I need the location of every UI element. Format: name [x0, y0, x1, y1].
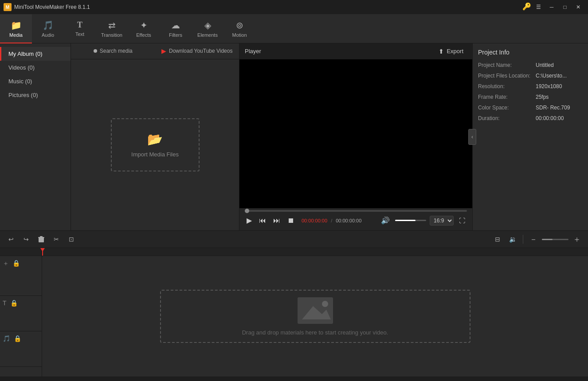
- toolbar-item-elements[interactable]: ◈ Elements: [192, 14, 223, 43]
- lock-video-track-icon[interactable]: 🔒: [12, 260, 20, 267]
- ruler-spacer: [0, 248, 42, 256]
- info-row-resolution: Resolution: 1920x1080: [478, 83, 583, 89]
- menu-button[interactable]: ☰: [532, 2, 545, 12]
- media-icon: 📁: [11, 20, 22, 31]
- toolbar-label-motion: Motion: [232, 32, 247, 38]
- zoom-slider[interactable]: [542, 239, 568, 240]
- horizontal-scrollbar[interactable]: [0, 377, 588, 381]
- progress-bar[interactable]: [245, 210, 467, 212]
- youtube-tab[interactable]: ▶ Download YouTube Videos: [155, 43, 239, 59]
- player-header: Player ⬆ Export: [239, 43, 472, 59]
- toolbar-item-effects[interactable]: ✦ Effects: [128, 14, 160, 43]
- toolbar-label-transition: Transition: [101, 32, 122, 38]
- info-value-framerate: 25fps: [536, 94, 549, 100]
- time-separator: /: [331, 218, 332, 223]
- youtube-icon: ▶: [161, 47, 166, 54]
- playhead[interactable]: [42, 248, 43, 256]
- timeline-tracks: ＋ 🔒 T 🔒 🎵 🔒: [0, 248, 42, 377]
- drop-zone: Drag and drop materials here to start cr…: [42, 256, 588, 377]
- redo-button[interactable]: ↪: [20, 233, 33, 245]
- volume-slider[interactable]: [395, 220, 426, 221]
- timeline-ruler-area: Drag and drop materials here to start cr…: [42, 248, 588, 377]
- player: Player ⬆ Export ▶ ⏮ ⏭ ⏹ 00:00:00:00 / 00…: [239, 43, 473, 230]
- split-audio-button[interactable]: 🔉: [506, 233, 519, 245]
- elements-icon: ◈: [204, 20, 211, 31]
- drop-zone-border: Drag and drop materials here to start cr…: [160, 290, 470, 343]
- export-label: Export: [447, 48, 463, 54]
- toolbar-label-effects: Effects: [136, 32, 151, 38]
- import-media-box[interactable]: 📂 Import Media Files: [111, 118, 200, 171]
- sidebar-item-videos[interactable]: Videos (0): [0, 61, 71, 74]
- snap-button[interactable]: ⊟: [491, 233, 504, 245]
- timeline-toolbar: ↩ ↪ ✂ ⊡ ⊟ 🔉 － ＋: [0, 230, 588, 248]
- project-info-title: Project Info: [478, 49, 583, 56]
- video-track-header: ＋ 🔒: [0, 256, 42, 296]
- zoom-fill: [542, 239, 553, 240]
- info-row-duration: Duration: 00:00:00:00: [478, 115, 583, 121]
- audio-track-header: 🎵 🔒: [0, 331, 42, 367]
- progress-thumb[interactable]: [245, 209, 249, 213]
- info-label-location: Project Files Location:: [478, 73, 536, 79]
- toolbar-item-motion[interactable]: ⊚ Motion: [223, 14, 255, 43]
- info-row-location: Project Files Location: C:\Users\to...: [478, 73, 583, 79]
- info-value-duration: 00:00:00:00: [536, 115, 564, 121]
- undo-button[interactable]: ↩: [4, 233, 18, 245]
- maximize-button[interactable]: □: [559, 2, 571, 12]
- lock-audio-icon[interactable]: 🔒: [14, 335, 21, 342]
- sidebar-item-music[interactable]: Music (0): [0, 74, 71, 88]
- svg-point-5: [322, 301, 328, 307]
- export-button[interactable]: ⬆ Export: [435, 46, 467, 57]
- toolbar-label-audio: Audio: [42, 32, 54, 38]
- play-button[interactable]: ▶: [245, 215, 254, 225]
- timeline: ＋ 🔒 T 🔒 🎵 🔒 Drag and drop materia: [0, 248, 588, 377]
- add-overlay-icon[interactable]: T: [3, 299, 7, 307]
- cut-button[interactable]: ✂: [50, 233, 63, 245]
- folder-icon: 📂: [147, 132, 163, 147]
- next-frame-button[interactable]: ⏭: [271, 216, 282, 225]
- toolbar-item-filters[interactable]: ☁ Filters: [160, 14, 192, 43]
- info-value-resolution: 1920x1080: [536, 83, 562, 89]
- media-content: 📂 Import Media Files: [71, 59, 239, 230]
- overlay-track-header: T 🔒: [0, 296, 42, 331]
- toolbar-item-audio[interactable]: 🎵 Audio: [32, 14, 64, 43]
- aspect-ratio-select[interactable]: 16:9 4:3 1:1 9:16: [430, 216, 454, 225]
- toolbar-item-transition[interactable]: ⇄ Transition: [96, 14, 128, 43]
- add-audio-icon[interactable]: 🎵: [3, 335, 10, 342]
- info-label-name: Project Name:: [478, 62, 536, 68]
- text-icon: T: [77, 20, 82, 30]
- sidebar: My Album (0) Videos (0) Music (0) Pictur…: [0, 43, 71, 230]
- toolbar: 📁 Media 🎵 Audio T Text ⇄ Transition ✦ Ef…: [0, 14, 588, 43]
- close-button[interactable]: ✕: [572, 2, 584, 12]
- add-video-track-icon[interactable]: ＋: [3, 260, 9, 268]
- toolbar-item-text[interactable]: T Text: [64, 14, 96, 43]
- minimize-button[interactable]: ─: [545, 2, 558, 12]
- zoom-in-button[interactable]: ＋: [570, 233, 584, 245]
- fullscreen-button[interactable]: ⛶: [457, 216, 467, 225]
- toolbar-item-media[interactable]: 📁 Media: [0, 14, 32, 43]
- search-media-label: Search media: [100, 48, 133, 54]
- timeline-ruler: [42, 248, 588, 256]
- media-panel: Search media ▶ Download YouTube Videos 📂…: [71, 43, 239, 230]
- app-title: MiniTool MovieMaker Free 8.1.1: [14, 4, 520, 10]
- zoom-out-button[interactable]: －: [527, 233, 540, 245]
- crop-button[interactable]: ⊡: [65, 233, 78, 245]
- sidebar-item-pictures[interactable]: Pictures (0): [0, 88, 71, 102]
- info-row-colorspace: Color Space: SDR- Rec.709: [478, 105, 583, 111]
- info-value-location: C:\Users\to...: [536, 73, 567, 79]
- info-label-duration: Duration:: [478, 115, 536, 121]
- drop-zone-text: Drag and drop materials here to start cr…: [233, 329, 397, 336]
- titlebar: M MiniTool MovieMaker Free 8.1.1 🔑 ☰ ─ □…: [0, 0, 588, 14]
- sidebar-item-myalbum[interactable]: My Album (0): [0, 47, 71, 61]
- app-icon: M: [4, 3, 12, 11]
- collapse-button[interactable]: ‹: [468, 129, 476, 145]
- stop-button[interactable]: ⏹: [286, 216, 296, 225]
- media-tabs: Search media ▶ Download YouTube Videos: [71, 43, 239, 59]
- youtube-label: Download YouTube Videos: [169, 48, 232, 54]
- search-media-tab[interactable]: Search media: [71, 43, 155, 59]
- delete-button[interactable]: [35, 233, 48, 245]
- search-dot: [94, 49, 97, 53]
- info-label-colorspace: Color Space:: [478, 105, 536, 111]
- prev-frame-button[interactable]: ⏮: [257, 216, 268, 225]
- lock-overlay-icon[interactable]: 🔒: [10, 299, 18, 307]
- volume-button[interactable]: 🔊: [379, 215, 392, 225]
